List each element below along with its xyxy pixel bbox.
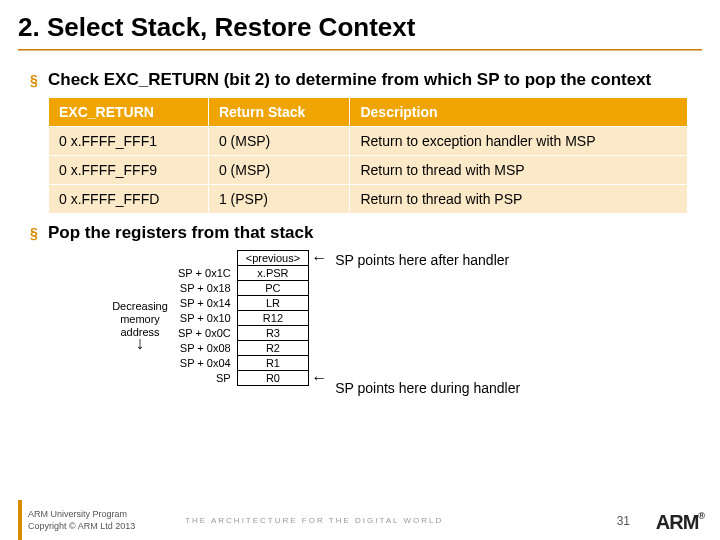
table-row: 0 x.FFFF_FFFD 1 (PSP) Return to thread w…	[49, 185, 688, 214]
label-text: Decreasing	[112, 300, 168, 312]
stack-cell: x.PSR	[237, 266, 308, 281]
arrow-left-icon: ←	[309, 371, 330, 386]
stack-addr: SP + 0x0C	[170, 326, 237, 341]
table-cell: 0 x.FFFF_FFF1	[49, 127, 209, 156]
stack-cell: LR	[237, 296, 308, 311]
label-text: memory	[120, 313, 160, 325]
stack-addr: SP + 0x1C	[170, 266, 237, 281]
arm-logo: ARM®	[656, 511, 704, 534]
table-cell: 0 x.FFFF_FFF9	[49, 156, 209, 185]
table-header: Description	[350, 98, 688, 127]
bullet-text: Check EXC_RETURN (bit 2) to determine fr…	[48, 69, 651, 91]
stack-addr: SP + 0x08	[170, 341, 237, 356]
annotation: SP points here during handler	[335, 380, 520, 396]
table-cell: Return to thread with MSP	[350, 156, 688, 185]
exc-return-table: EXC_RETURN Return Stack Description 0 x.…	[48, 97, 688, 214]
arrow-left-icon: ←	[309, 251, 330, 266]
annotation-text: SP points here during handler	[335, 380, 520, 396]
table-header: EXC_RETURN	[49, 98, 209, 127]
page-number: 31	[617, 514, 630, 528]
stack-addr: SP	[170, 371, 237, 386]
stack-addr: SP + 0x10	[170, 311, 237, 326]
slide-footer: ARM University Program Copyright © ARM L…	[0, 500, 720, 540]
stack-layout-table: <previous>← SP + 0x1Cx.PSR SP + 0x18PC S…	[170, 250, 329, 386]
arrow-down-icon: ↓	[136, 333, 145, 353]
stack-cell: PC	[237, 281, 308, 296]
stack-cell: R12	[237, 311, 308, 326]
stack-cell: R2	[237, 341, 308, 356]
bullet-item: § Check EXC_RETURN (bit 2) to determine …	[30, 69, 700, 91]
bullet-text: Pop the registers from that stack	[48, 222, 313, 244]
stack-addr: SP + 0x18	[170, 281, 237, 296]
table-cell: Return to exception handler with MSP	[350, 127, 688, 156]
stack-cell: <previous>	[237, 251, 308, 266]
footer-accent-bar	[18, 500, 22, 540]
table-header-row: EXC_RETURN Return Stack Description	[49, 98, 688, 127]
memory-direction-label: Decreasing memory address ↓	[110, 250, 170, 352]
table-cell: 0 (MSP)	[208, 156, 350, 185]
slide: 2. Select Stack, Restore Context § Check…	[0, 0, 720, 540]
table-cell: 0 (MSP)	[208, 127, 350, 156]
annotation: SP points here after handler	[335, 252, 520, 268]
table-row: 0 x.FFFF_FFF9 0 (MSP) Return to thread w…	[49, 156, 688, 185]
content-area: § Check EXC_RETURN (bit 2) to determine …	[0, 51, 720, 396]
stack-cell: R0	[237, 371, 308, 386]
stack-cell: R1	[237, 356, 308, 371]
bullet-icon: §	[30, 69, 48, 91]
stack-addr: SP + 0x14	[170, 296, 237, 311]
table-header: Return Stack	[208, 98, 350, 127]
table-cell: 0 x.FFFF_FFFD	[49, 185, 209, 214]
bullet-icon: §	[30, 222, 48, 244]
annotation-column: SP points here after handler SP points h…	[329, 250, 520, 396]
footer-line: ARM University Program	[28, 509, 127, 519]
table-cell: 1 (PSP)	[208, 185, 350, 214]
page-title: 2. Select Stack, Restore Context	[0, 0, 720, 49]
annotation-text: SP points here after handler	[335, 252, 509, 268]
table-row: 0 x.FFFF_FFF1 0 (MSP) Return to exceptio…	[49, 127, 688, 156]
footer-tagline: THE ARCHITECTURE FOR THE DIGITAL WORLD	[185, 516, 443, 525]
footer-line: Copyright © ARM Ltd 2013	[28, 521, 135, 531]
stack-cell: R3	[237, 326, 308, 341]
stack-addr	[170, 251, 237, 266]
stack-addr: SP + 0x04	[170, 356, 237, 371]
bullet-item: § Pop the registers from that stack	[30, 222, 700, 244]
stack-diagram: Decreasing memory address ↓ <previous>← …	[110, 250, 700, 396]
table-cell: Return to thread with PSP	[350, 185, 688, 214]
